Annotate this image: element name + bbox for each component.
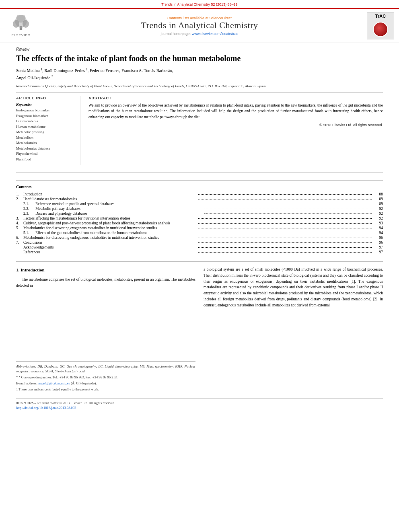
abstract-label: ABSTRACT: [88, 96, 383, 100]
intro-title: Introduction: [21, 267, 45, 272]
elsevier-label: ELSEVIER: [11, 33, 30, 37]
contents-section: Contents 1. Introduction 88 2. Useful da…: [16, 180, 383, 254]
toc-row-ref: References 97: [16, 250, 383, 254]
keyword-3: Gut microbiota: [16, 119, 75, 124]
science-direct-line: Contents lists available at ScienceDirec…: [37, 16, 362, 20]
keyword-5: Metabolic profiling: [16, 129, 75, 135]
keyword-7: Metabolomics: [16, 140, 75, 146]
keyword-1: Endogenous biomarker: [16, 108, 75, 113]
toc-row-5-1: 5.1. Effects of the gut metabolites from…: [16, 231, 383, 235]
elsevier-tree-svg: [5, 15, 37, 33]
keyword-9: Phytochemical: [16, 151, 75, 157]
science-direct-prefix: Contents lists available at: [167, 16, 210, 20]
contents-title: Contents: [16, 185, 383, 189]
toc-row-6: 6. Metabolomics for discovering endogeno…: [16, 236, 383, 240]
page-wrapper: Trends in Analytical Chemistry 52 (2013)…: [0, 0, 399, 532]
citation-text: Trends in Analytical Chemistry 52 (2013)…: [161, 2, 237, 6]
toc-row-4: 4. Cultivar, geographic and post-harvest…: [16, 221, 383, 225]
journal-header: ELSEVIER Contents lists available at Sci…: [0, 8, 399, 43]
authors-line: Sonia Medina 1, Raúl Domínguez-Perles 1,…: [16, 67, 383, 82]
footnote-corresponding-text: * Corresponding author. Tel.: +34 96 83 …: [19, 375, 117, 379]
citation-bar: Trends in Analytical Chemistry 52 (2013)…: [0, 0, 399, 8]
article-info-col: ARTICLE INFO Keywords: Endogenous biomar…: [16, 96, 80, 165]
footnote-abbrev: Abbreviations: DB, Database; GC, Gas chr…: [16, 364, 195, 374]
footnote-email-line: E-mail address: angelgil@cebas.csic.es (…: [16, 381, 195, 386]
footnote-email-suffix: (Á. Gil-Izquierdo).: [70, 381, 97, 385]
toc-row-2-1: 2.1. Reference-metabolite profile and sp…: [16, 202, 383, 206]
article-title: The effects of the intake of plant foods…: [16, 53, 383, 64]
footnote-equal-text: 1 These two authors contributed equally …: [16, 387, 99, 391]
intro-number: 1.: [16, 267, 21, 272]
toc-row-1: 1. Introduction 88: [16, 192, 383, 196]
divider-after-affiliation: [16, 92, 383, 93]
intro-left-para: The metabolome comprises the set of biol…: [16, 277, 195, 288]
toc-row-2: 2. Useful databases for metabolomics 89: [16, 197, 383, 201]
trac-logo-area: TrAC: [362, 12, 394, 39]
abstract-col: ABSTRACT We aim to provide an overview o…: [88, 96, 383, 165]
intro-right-col: a biological system are a set of small m…: [204, 267, 383, 392]
introduction-section: 1. Introduction The metabolome comprises…: [16, 261, 383, 392]
keyword-4: Human metabolome: [16, 124, 75, 130]
journal-homepage: journal homepage: www.elsevier.com/locat…: [37, 32, 362, 36]
keywords-title: Keywords:: [16, 103, 75, 107]
footnote-email-label: E-mail address:: [16, 381, 38, 385]
affiliation: Research Group on Quality, Safety and Bi…: [16, 84, 383, 89]
article-info-abstract: ARTICLE INFO Keywords: Endogenous biomar…: [16, 96, 383, 165]
abstract-text: We aim to provide an overview of the obj…: [88, 103, 383, 120]
footnote-corresponding: * * Corresponding author. Tel.: +34 96 8…: [16, 375, 195, 380]
toc-row-5: 5. Metabolomics for discovering exogenou…: [16, 226, 383, 230]
intro-right-para: a biological system are a set of small m…: [204, 267, 383, 308]
bottom-bar: 0165-9936/$ – see front matter © 2013 El…: [16, 398, 383, 410]
keyword-10: Plant food: [16, 157, 75, 162]
toc-row-2-3: 2.3. Disease and physiology databases 92: [16, 212, 383, 216]
toc-row-2-2: 2.2. Metabolic pathway databases 92: [16, 207, 383, 211]
intro-left-col: 1. Introduction The metabolome comprises…: [16, 267, 195, 392]
author-sonia: Sonia Medina 1, Raúl Domínguez-Perles 1,…: [16, 68, 173, 73]
main-content: Review The effects of the intake of plan…: [0, 43, 399, 414]
journal-title: Trends in Analytical Chemistry: [37, 20, 362, 31]
homepage-prefix: journal homepage:: [161, 32, 192, 36]
footnote-email-link[interactable]: angelgil@cebas.csic.es: [38, 381, 70, 385]
keywords-list: Endogenous biomarker Exogenous biomarker…: [16, 108, 75, 162]
header-center: Contents lists available at ScienceDirec…: [37, 16, 362, 36]
trac-logo-box: TrAC: [367, 12, 394, 39]
toc-row-3: 3. Factors affecting the metabolomics fo…: [16, 216, 383, 220]
toc-row-ack: Acknowledgements 97: [16, 245, 383, 249]
copyright-notice: © 2013 Elsevier Ltd. All rights reserved…: [88, 123, 383, 127]
footnote-equal: 1 These two authors contributed equally …: [16, 387, 195, 392]
keyword-6: Metabolism: [16, 135, 75, 141]
trac-logo-text: TrAC: [367, 14, 394, 18]
keyword-8: Metabolomics database: [16, 146, 75, 152]
intro-heading: 1. Introduction: [16, 267, 195, 273]
elsevier-logo: ELSEVIER: [5, 15, 37, 37]
footnotes-section: Abbreviations: DB, Database; GC, Gas chr…: [16, 361, 195, 392]
homepage-url[interactable]: www.elsevier.com/locate/trac: [192, 32, 239, 36]
footnote-abbrev-text: Abbreviations: DB, Database; GC, Gas chr…: [16, 364, 195, 374]
trac-logo-circle: [373, 22, 388, 37]
toc-row-7: 7. Conclusions 96: [16, 240, 383, 244]
review-label: Review: [16, 47, 383, 51]
divider-after-abstract: [16, 173, 383, 173]
doi-link[interactable]: http://dx.doi.org/10.1016/j.trac.2013.08…: [16, 406, 383, 410]
science-direct-link-text[interactable]: ScienceDirect: [210, 16, 232, 20]
article-info-label: ARTICLE INFO: [16, 96, 75, 100]
keywords-section: Keywords: Endogenous biomarker Exogenous…: [16, 103, 75, 162]
author-angel: Ángel Gil-Izquierdo *: [16, 76, 53, 80]
issn-line: 0165-9936/$ – see front matter © 2013 El…: [16, 401, 383, 405]
keyword-2: Exogenous biomarker: [16, 113, 75, 119]
